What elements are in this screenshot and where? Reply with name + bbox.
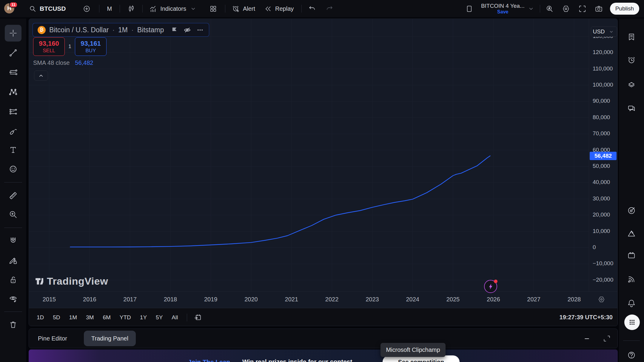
chart-type-button[interactable] [127, 5, 135, 13]
panel-ideas[interactable] [623, 225, 640, 242]
ellipsis-icon[interactable] [196, 26, 204, 34]
panel-alerts[interactable] [623, 52, 640, 68]
sell-button[interactable]: 93,160 SELL [33, 37, 65, 56]
alert-button[interactable]: Alert [232, 5, 255, 13]
time-tick-label[interactable]: 2025 [441, 296, 465, 303]
symbol-legend[interactable]: ₿ Bitcoin / U.S. Dollar · 1M · Bitstamp [33, 23, 209, 37]
panel-chat[interactable] [623, 100, 640, 117]
redo-button[interactable] [325, 5, 333, 13]
chart-pane[interactable]: ₿ Bitcoin / U.S. Dollar · 1M · Bitstamp … [29, 19, 589, 292]
range-button-1d[interactable]: 1D [37, 314, 44, 321]
user-menu-button[interactable]: H 11 [4, 3, 15, 14]
smiley-icon [9, 165, 18, 174]
compare-add-button[interactable] [83, 5, 91, 13]
banner-link[interactable]: Join The Leap [188, 358, 230, 362]
time-tick-label[interactable]: 2021 [280, 296, 303, 303]
clock-display[interactable]: 19:27:39 UTC+5:30 [560, 314, 613, 321]
interval-button[interactable]: M [107, 5, 112, 12]
range-button-3m[interactable]: 3M [86, 314, 94, 321]
range-button-5y[interactable]: 5Y [156, 314, 163, 321]
layout-select-button[interactable] [465, 5, 473, 13]
flag-icon[interactable] [170, 26, 178, 34]
lightning-events-button[interactable] [484, 280, 497, 293]
time-tick-label[interactable]: 2023 [360, 296, 384, 303]
publish-button[interactable]: Publish [610, 3, 639, 15]
sell-label: SELL [43, 47, 55, 54]
maximize-icon[interactable] [603, 335, 611, 343]
time-axis[interactable]: 2015201620172018201920202021202220232024… [29, 292, 618, 308]
tool-xabcd-pattern[interactable] [5, 84, 21, 100]
panel-calendar[interactable] [623, 247, 640, 264]
eye-off-icon[interactable] [183, 26, 191, 34]
minimize-icon[interactable] [583, 335, 591, 343]
currency-select[interactable]: USD [591, 27, 617, 37]
legend-interval[interactable]: 1M [118, 26, 128, 34]
panel-watchlist[interactable] [623, 29, 640, 45]
panel-object-tree[interactable] [623, 76, 640, 93]
replay-button[interactable]: Replay [264, 5, 294, 13]
time-tick-label[interactable]: 2024 [401, 296, 425, 303]
tool-lock-drawings[interactable] [5, 272, 21, 288]
replay-icon [264, 5, 272, 13]
tool-brush[interactable] [5, 123, 21, 139]
tool-hide-drawings[interactable] [5, 290, 21, 307]
panel-apps[interactable] [624, 315, 640, 330]
tool-text[interactable] [5, 142, 21, 158]
tool-emoji[interactable] [5, 161, 21, 177]
buy-button[interactable]: 93,161 BUY [75, 37, 107, 56]
layout-title-button[interactable]: BITCOIN 4 Yea... Save [481, 3, 525, 14]
range-button-all[interactable]: All [172, 314, 178, 321]
collapse-legend-button[interactable] [34, 70, 48, 81]
panel-notifications[interactable] [623, 295, 640, 312]
go-to-date-icon[interactable] [194, 313, 202, 322]
time-tick-label[interactable]: 2027 [522, 296, 546, 303]
undo-button[interactable] [308, 5, 316, 13]
tab-trading-panel[interactable]: Trading Panel [84, 331, 136, 346]
quick-search-button[interactable] [546, 5, 554, 13]
time-tick-label[interactable]: 2015 [37, 296, 61, 303]
price-axis[interactable]: USD 56,482 −20,000−10,000010,00020,00030… [589, 19, 618, 292]
time-tick-label[interactable]: 2019 [199, 296, 223, 303]
toolbar-divider [4, 182, 22, 182]
tab-pine-editor[interactable]: Pine Editor [38, 329, 67, 348]
chart-settings-button[interactable] [562, 5, 570, 13]
snapshot-button[interactable] [595, 5, 603, 13]
study-legend[interactable]: SMA 48 close 56,482 [33, 59, 93, 66]
tool-drawing-mode[interactable] [5, 252, 21, 269]
chevron-down-icon[interactable] [189, 5, 197, 13]
fullscreen-button[interactable] [578, 5, 586, 13]
tool-forecast[interactable] [5, 103, 21, 120]
legend-separator: · [131, 26, 134, 34]
time-tick-label[interactable]: 2022 [320, 296, 344, 303]
tool-remove-drawings[interactable] [5, 316, 21, 333]
price-tick-label: 10,000 [593, 228, 610, 234]
panel-screener[interactable] [623, 202, 640, 219]
save-link[interactable]: Save [497, 9, 508, 15]
axis-gear-icon[interactable] [597, 295, 606, 303]
time-tick-label[interactable]: 2017 [118, 296, 142, 303]
tool-measure[interactable] [5, 187, 21, 204]
templates-button[interactable] [209, 5, 217, 13]
indicators-button[interactable]: Indicators [149, 5, 197, 13]
range-button-1y[interactable]: 1Y [140, 314, 147, 321]
study-label[interactable]: SMA 48 close [33, 59, 70, 66]
panel-news[interactable] [623, 271, 640, 288]
symbol-search-button[interactable]: BTCUSD [29, 5, 66, 13]
tool-zoom-in[interactable] [5, 206, 21, 223]
range-button-6m[interactable]: 6M [103, 314, 110, 321]
tool-crosshair[interactable] [5, 25, 21, 42]
range-button-ytd[interactable]: YTD [120, 314, 131, 321]
chevron-down-icon[interactable] [527, 5, 535, 13]
range-button-5d[interactable]: 5D [53, 314, 60, 321]
time-tick-label[interactable]: 2016 [78, 296, 101, 303]
legend-symbol-title[interactable]: Bitcoin / U.S. Dollar [49, 26, 109, 34]
panel-help[interactable] [623, 347, 640, 362]
time-tick-label[interactable]: 2018 [158, 296, 182, 303]
time-tick-label[interactable]: 2026 [481, 296, 505, 303]
tool-horizontal-lines[interactable] [5, 64, 21, 81]
tool-trend-line[interactable] [5, 45, 21, 61]
time-tick-label[interactable]: 2028 [562, 296, 586, 303]
tool-magnet[interactable] [5, 232, 21, 249]
time-tick-label[interactable]: 2020 [239, 296, 263, 303]
range-button-1m[interactable]: 1M [69, 314, 77, 321]
